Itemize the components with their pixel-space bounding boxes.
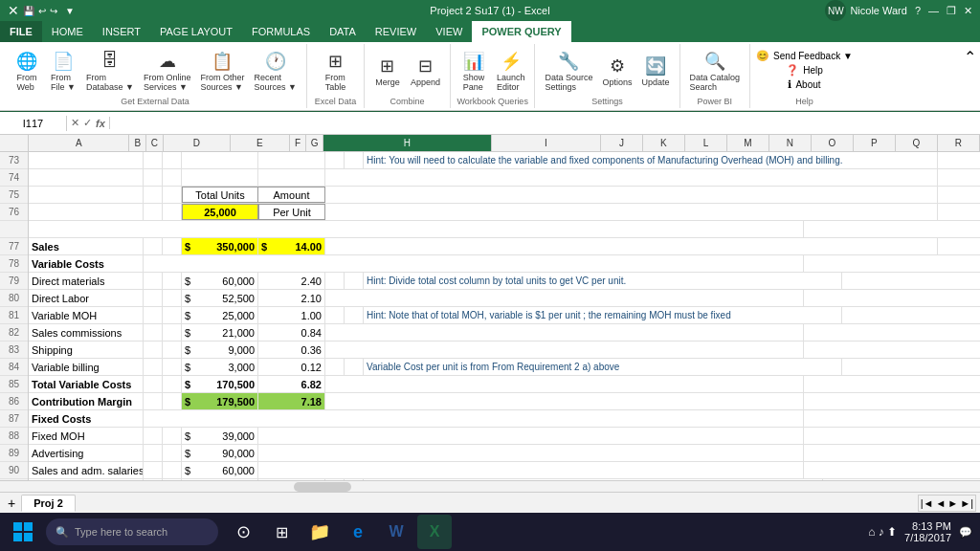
cell-76-b[interactable] xyxy=(144,204,163,220)
horizontal-scrollbar[interactable] xyxy=(0,480,980,492)
cell-74-a[interactable] xyxy=(29,169,144,186)
from-file-button[interactable]: 📄 FromFile ▼ xyxy=(46,48,80,94)
cell-89-a[interactable]: Advertising xyxy=(29,445,144,461)
col-header-r[interactable]: R xyxy=(938,135,980,151)
tab-insert[interactable]: INSERT xyxy=(93,21,150,42)
cell-76-e[interactable]: Per Unit xyxy=(258,204,325,220)
cell-77-d[interactable]: $350,000 xyxy=(182,238,258,254)
col-header-n[interactable]: N xyxy=(769,135,812,151)
tab-data[interactable]: DATA xyxy=(320,21,366,42)
cell-73-b[interactable] xyxy=(144,152,163,168)
cell-82-e[interactable]: 0.84 xyxy=(258,324,325,341)
tab-file[interactable]: FILE xyxy=(0,21,42,42)
cell-74-e[interactable] xyxy=(258,169,325,186)
cell-85-a[interactable]: Total Variable Costs xyxy=(29,376,144,392)
name-box[interactable]: I117 xyxy=(0,116,67,131)
new-sheet-button[interactable]: + xyxy=(4,496,19,511)
quick-access-more[interactable]: ▼ xyxy=(65,6,75,16)
tab-view[interactable]: VIEW xyxy=(426,21,472,42)
sheet-nav-next[interactable]: ► xyxy=(947,497,958,509)
cell-81-h[interactable]: Hint: Note that of total MOH, variable i… xyxy=(364,307,842,323)
cell-84-b[interactable] xyxy=(144,359,163,375)
taskbar-excel[interactable]: X xyxy=(417,515,452,549)
tab-formulas[interactable]: FORMULAS xyxy=(242,21,320,42)
system-tray-icons[interactable]: ⌂ ♪ ⬆ xyxy=(868,525,897,539)
cell-75-rest[interactable] xyxy=(325,187,938,203)
cell-90-rest[interactable] xyxy=(258,462,804,478)
cell-84-e[interactable]: 0.12 xyxy=(258,359,325,375)
cell-90-c[interactable] xyxy=(163,462,182,478)
cell-80-b[interactable] xyxy=(144,290,163,306)
cell-83-d[interactable]: $9,000 xyxy=(182,342,258,358)
sheet-nav-first[interactable]: |◄ xyxy=(921,497,934,509)
confirm-formula-btn[interactable]: ✓ xyxy=(83,117,92,129)
cell-83-c[interactable] xyxy=(163,342,182,358)
col-header-j[interactable]: J xyxy=(601,135,643,151)
col-header-a[interactable]: A xyxy=(29,135,129,151)
cell-85-b[interactable] xyxy=(144,376,163,392)
from-other-sources-button[interactable]: 📋 From OtherSources ▼ xyxy=(196,48,248,94)
cell-73-c[interactable] xyxy=(163,152,182,168)
cell-85-d[interactable]: $170,500 xyxy=(182,376,258,392)
cell-74-rest[interactable] xyxy=(325,169,938,186)
cell-89-b[interactable] xyxy=(144,445,163,461)
user-info[interactable]: NW Nicole Ward xyxy=(825,0,907,21)
from-table-button[interactable]: ⊞ FromTable xyxy=(318,48,352,94)
cell-90-b[interactable] xyxy=(144,462,163,478)
col-header-c[interactable]: C xyxy=(146,135,164,151)
show-pane-button[interactable]: 📊 ShowPane xyxy=(457,48,491,94)
cell-84-c[interactable] xyxy=(163,359,182,375)
merge-button[interactable]: ⊞ Merge xyxy=(370,53,405,89)
cell-82-a[interactable]: Sales commissions xyxy=(29,324,144,341)
cell-90-d[interactable]: $60,000 xyxy=(182,462,258,478)
update-button[interactable]: 🔄 Update xyxy=(638,53,674,89)
col-header-q[interactable]: Q xyxy=(896,135,938,151)
cell-77-c[interactable] xyxy=(163,238,182,254)
ribbon-collapse-btn[interactable]: ⌃ xyxy=(964,44,976,108)
cell-88-a[interactable]: Fixed MOH xyxy=(29,428,144,444)
cell-74-c[interactable] xyxy=(163,169,182,186)
cell-82-c[interactable] xyxy=(163,324,182,341)
col-header-i[interactable]: I xyxy=(492,135,601,151)
col-header-l[interactable]: L xyxy=(685,135,727,151)
cell-86-b[interactable] xyxy=(144,393,163,409)
cell-88-rest[interactable] xyxy=(258,428,804,444)
taskbar-file-explorer[interactable]: 📁 xyxy=(302,515,337,549)
col-header-o[interactable]: O xyxy=(812,135,854,151)
cell-82-rest[interactable] xyxy=(325,324,804,341)
cell-85-e[interactable]: 6.82 xyxy=(258,376,325,392)
col-header-p[interactable]: P xyxy=(854,135,896,151)
cell-85-c[interactable] xyxy=(163,376,182,392)
send-feedback-button[interactable]: 😊 Send Feedback ▼ xyxy=(756,50,853,62)
scroll-thumb[interactable] xyxy=(294,482,351,492)
cell-89-rest[interactable] xyxy=(258,445,804,461)
cell-81-c[interactable] xyxy=(163,307,182,323)
start-button[interactable] xyxy=(0,513,46,551)
cell-84-g[interactable] xyxy=(345,359,364,375)
cell-76-c[interactable] xyxy=(163,204,182,220)
maximize-btn[interactable]: ❐ xyxy=(947,5,956,17)
cell-74-d[interactable] xyxy=(182,169,258,186)
cell-79-a[interactable]: Direct materials xyxy=(29,273,144,289)
cell-86-rest[interactable] xyxy=(325,393,804,409)
cell-76-d[interactable]: 25,000 xyxy=(182,204,258,220)
cell-81-d[interactable]: $25,000 xyxy=(182,307,258,323)
close-btn[interactable]: ✕ xyxy=(964,5,972,17)
cell-84-d[interactable]: $3,000 xyxy=(182,359,258,375)
from-online-services-button[interactable]: ☁ From OnlineServices ▼ xyxy=(140,48,195,94)
taskbar-search[interactable]: 🔍 Type here to search xyxy=(46,518,218,545)
cell-77-e[interactable]: $14.00 xyxy=(258,238,325,254)
cell-86-a[interactable]: Contribution Margin xyxy=(29,393,144,409)
col-header-b[interactable]: B xyxy=(129,135,146,151)
cell-83-rest[interactable] xyxy=(325,342,804,358)
cell-79-f[interactable] xyxy=(325,273,345,289)
from-database-button[interactable]: 🗄 FromDatabase ▼ xyxy=(82,48,138,94)
cell-79-b[interactable] xyxy=(144,273,163,289)
quick-access-undo[interactable]: ↩ xyxy=(38,6,46,16)
sheet-nav-last[interactable]: ►| xyxy=(960,497,973,509)
cell-75-c[interactable] xyxy=(163,187,182,203)
notification-button[interactable]: 💬 xyxy=(959,526,972,539)
about-button[interactable]: ℹ About xyxy=(788,78,820,91)
cell-73-a[interactable] xyxy=(29,152,144,168)
cell-83-b[interactable] xyxy=(144,342,163,358)
